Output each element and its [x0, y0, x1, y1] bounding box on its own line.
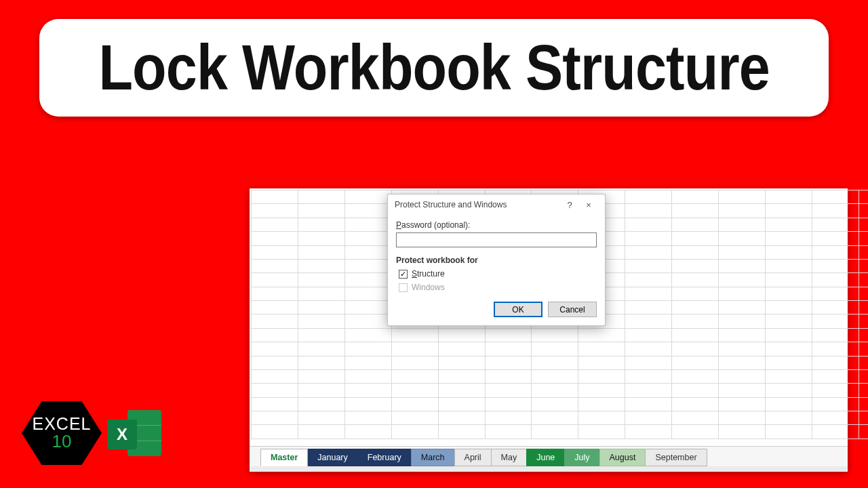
sheet-tab-february[interactable]: February	[357, 449, 412, 466]
help-icon[interactable]: ?	[560, 200, 579, 210]
protect-structure-dialog: Protect Structure and Windows ? × Passwo…	[387, 194, 606, 326]
brand-logos: EXCEL 10 X	[22, 399, 161, 468]
password-label: Password (optional):	[396, 220, 597, 230]
cancel-button[interactable]: Cancel	[548, 302, 597, 317]
sheet-tab-june[interactable]: June	[526, 449, 565, 466]
excel-x-icon: X	[107, 420, 137, 449]
sheet-tab-august[interactable]: August	[599, 449, 646, 466]
status-bar	[250, 466, 848, 472]
ok-button[interactable]: OK	[494, 302, 542, 317]
windows-checkbox	[399, 283, 408, 292]
sheet-tab-july[interactable]: July	[564, 449, 599, 466]
sheet-tab-march[interactable]: March	[411, 449, 455, 466]
excel-app-icon: X	[107, 406, 161, 460]
password-input[interactable]	[396, 232, 597, 247]
sheet-tab-april[interactable]: April	[454, 449, 492, 466]
dialog-title: Protect Structure and Windows	[395, 200, 560, 209]
dialog-titlebar[interactable]: Protect Structure and Windows ? ×	[388, 195, 605, 215]
windows-checkbox-label: Windows	[412, 283, 445, 292]
sheet-tab-master[interactable]: Master	[260, 449, 308, 466]
page-title: Lock Workbook Structure	[98, 31, 769, 104]
sheet-tab-may[interactable]: May	[491, 449, 528, 466]
sheet-tab-bar: Master January February March April May …	[250, 446, 848, 466]
logo-line2: 10	[52, 431, 72, 452]
title-banner: Lock Workbook Structure	[39, 19, 829, 117]
structure-checkbox[interactable]: ✓	[399, 270, 408, 279]
close-icon[interactable]: ×	[579, 200, 598, 210]
structure-checkbox-label: Structure	[412, 269, 445, 279]
excel10-hex-logo: EXCEL 10	[22, 399, 102, 468]
sheet-tab-september[interactable]: September	[645, 449, 707, 466]
protect-group-label: Protect workbook for	[396, 256, 597, 265]
sheet-tab-january[interactable]: January	[307, 449, 357, 466]
